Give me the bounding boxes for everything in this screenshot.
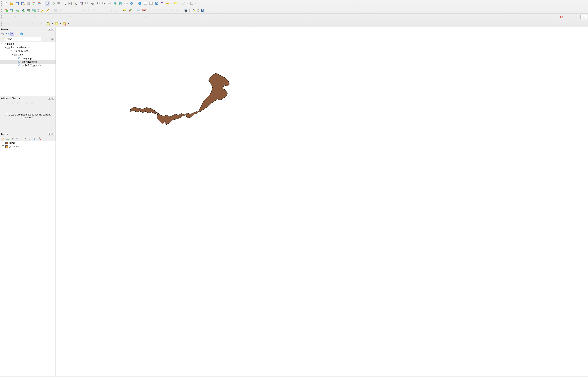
toolbar-handle[interactable]: [1, 15, 2, 19]
detach-icon[interactable]: ◧: [48, 133, 51, 135]
dropdown-arrow-icon[interactable]: ▾: [570, 16, 572, 18]
label-tool-1-button[interactable]: abc: [136, 8, 141, 13]
python-console-button[interactable]: [191, 8, 197, 13]
toggle-editing-button[interactable]: [39, 8, 45, 13]
save-as-button[interactable]: [20, 1, 25, 6]
layer-style-button[interactable]: a: [37, 1, 42, 6]
pan-button[interactable]: [45, 1, 50, 6]
tree-twisty-icon[interactable]: ▾: [8, 50, 10, 52]
layer-item[interactable]: ✓nmg: [0, 141, 56, 145]
dropdown-arrow-icon[interactable]: ▾: [187, 2, 189, 4]
label-tool-2-button[interactable]: abc: [141, 8, 147, 13]
zoom-in-button[interactable]: [56, 1, 62, 6]
pan-selection-button[interactable]: [51, 1, 56, 6]
refresh-button[interactable]: [129, 1, 134, 6]
filter-icon[interactable]: [10, 32, 14, 36]
zoom-selection-button[interactable]: [73, 1, 78, 6]
layer-visibility-checkbox[interactable]: [2, 145, 4, 148]
label-abc-button[interactable]: abc: [122, 8, 127, 13]
select-rect-button[interactable]: [46, 21, 51, 26]
snapping-button[interactable]: [559, 14, 564, 20]
metasearch-button[interactable]: [183, 8, 188, 13]
add-group-icon[interactable]: [6, 137, 9, 141]
zoom-native-button[interactable]: [84, 1, 89, 6]
expand-all-icon[interactable]: [28, 137, 32, 141]
close-icon[interactable]: ✕: [51, 97, 54, 100]
browser-tree-item[interactable]: nmg.shp: [0, 57, 56, 60]
browser-tree-item[interactable]: provinces.shp: [0, 60, 56, 64]
zoom-layer-button[interactable]: [79, 1, 84, 6]
new-vector-layer-button[interactable]: [3, 8, 9, 13]
new-virtual-layer-button[interactable]: [31, 8, 37, 13]
tree-twisty-icon[interactable]: ▾: [0, 43, 3, 45]
browser-panel-header[interactable]: Browser ◧ ✕: [0, 27, 56, 31]
toolbar-handle[interactable]: [135, 1, 136, 6]
style-manager-button[interactable]: [31, 1, 37, 6]
toolbar-handle[interactable]: [1, 8, 2, 12]
tree-twisty-icon[interactable]: ▾: [4, 47, 7, 48]
save-project-button[interactable]: [14, 1, 20, 6]
expression-filter-icon[interactable]: ε: [20, 137, 24, 141]
identify-button[interactable]: i: [137, 1, 142, 6]
layers-panel-header[interactable]: Layers ◧ ✕: [0, 132, 56, 136]
zoom-next-button[interactable]: [101, 1, 106, 6]
snap-mode-button[interactable]: [564, 14, 570, 20]
layer-visibility-checkbox[interactable]: ✓: [2, 142, 4, 144]
select-attr-button[interactable]: [54, 21, 59, 26]
toolbar-handle[interactable]: [44, 22, 45, 26]
manage-visibility-icon[interactable]: [10, 137, 14, 141]
tree-twisty-icon[interactable]: ▾: [11, 54, 14, 56]
close-icon[interactable]: ✕: [51, 28, 54, 31]
layers-list[interactable]: ✓nmgprovinces: [0, 141, 56, 376]
new-raster-layer-button[interactable]: [9, 8, 14, 13]
diagram-button[interactable]: [128, 8, 133, 13]
toolbar-handle[interactable]: [181, 8, 182, 12]
toolbar-handle[interactable]: [134, 8, 135, 12]
browser-tree-item[interactable]: 内蒙古自治区.shp: [0, 64, 56, 67]
properties-icon[interactable]: i: [20, 32, 24, 36]
toolbar-handle[interactable]: [38, 8, 38, 12]
open-project-button[interactable]: [9, 1, 14, 6]
map-tips-button[interactable]: [107, 1, 112, 6]
digitizing-panel-header[interactable]: Advanced Digitizing ◧ ✕: [0, 96, 56, 100]
layer-item[interactable]: provinces: [0, 145, 56, 148]
toolbar-handle[interactable]: [557, 15, 558, 19]
filter-legend-icon[interactable]: [15, 137, 19, 141]
zoom-last-button[interactable]: 1:1: [90, 1, 95, 6]
dropdown-arrow-icon[interactable]: ▾: [25, 138, 27, 140]
snap-tolerance-input[interactable]: [580, 15, 587, 19]
browser-tree-item[interactable]: ▾CartopyTest: [0, 49, 56, 53]
toolbar-handle[interactable]: [198, 8, 199, 12]
attribute-table-button[interactable]: [143, 1, 148, 6]
measure-button[interactable]: [165, 1, 170, 6]
new-csv-layer-button[interactable]: [20, 8, 25, 13]
zoom-back-button[interactable]: [96, 1, 101, 6]
dropdown-arrow-icon[interactable]: ▾: [171, 2, 173, 4]
dropdown-arrow-icon[interactable]: ▾: [67, 23, 70, 24]
browser-tree-item[interactable]: ▾data: [0, 53, 56, 57]
add-layer-icon[interactable]: [1, 32, 4, 36]
dropdown-arrow-icon[interactable]: ▾: [578, 16, 580, 18]
clear-filter-icon[interactable]: ✕: [51, 38, 53, 40]
statistics-button[interactable]: [148, 1, 154, 6]
new-mesh-layer-button[interactable]: [14, 8, 20, 13]
toolbox-button[interactable]: [154, 1, 159, 6]
toolbar-handle[interactable]: [43, 1, 44, 6]
refresh-icon[interactable]: [6, 32, 9, 36]
dropdown-arrow-icon[interactable]: ▾: [60, 23, 62, 24]
dropdown-arrow-icon[interactable]: ▾: [195, 2, 197, 4]
dropdown-arrow-icon[interactable]: ▾: [51, 23, 53, 24]
detach-icon[interactable]: ◧: [48, 97, 51, 100]
toolbar-handle[interactable]: [1, 1, 2, 6]
browser-tree-item[interactable]: ▾PycharmProjects: [0, 46, 56, 49]
toolbar-handle[interactable]: [1, 22, 2, 26]
current-edits-button[interactable]: [45, 8, 50, 13]
print-layout-button[interactable]: [26, 1, 31, 6]
layer-style-icon[interactable]: [1, 137, 4, 141]
dropdown-arrow-icon[interactable]: ▾: [179, 2, 181, 4]
browser-filter-input[interactable]: [5, 37, 41, 41]
filter-type-icon[interactable]: [1, 37, 4, 41]
collapse-all-layers-icon[interactable]: [33, 137, 36, 141]
toolbar-handle[interactable]: [120, 8, 121, 12]
browser-tree-item[interactable]: ▾Home: [0, 42, 56, 46]
